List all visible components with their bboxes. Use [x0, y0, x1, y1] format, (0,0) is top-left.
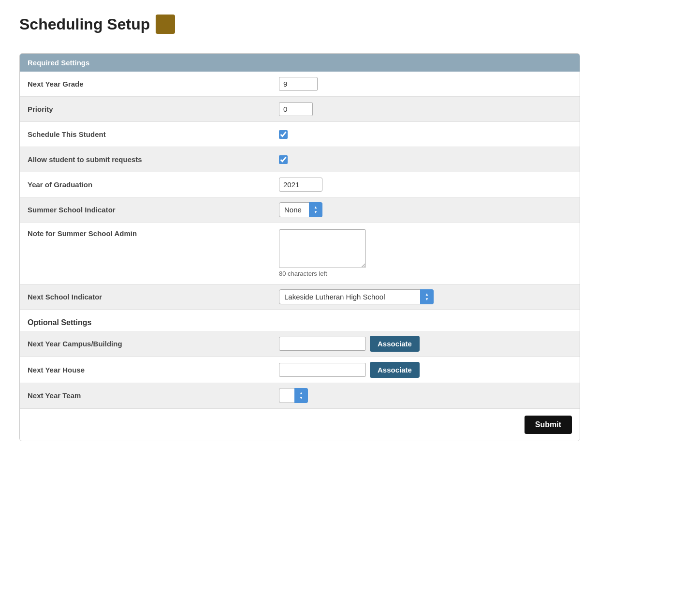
allow-requests-checkbox[interactable] [279, 155, 288, 164]
char-count: 80 characters left [279, 270, 366, 277]
year-graduation-input[interactable] [279, 178, 322, 192]
summer-school-select-wrapper: None Yes No [279, 202, 322, 217]
note-summer-wrapper: 80 characters left [279, 229, 366, 277]
next-campus-row: Next Year Campus/Building Associate [20, 331, 580, 357]
note-summer-label: Note for Summer School Admin [28, 229, 279, 238]
next-team-select[interactable] [279, 388, 308, 403]
year-graduation-row: Year of Graduation [20, 172, 580, 197]
note-summer-textarea[interactable] [279, 229, 366, 268]
next-school-label: Next School Indicator [28, 293, 279, 301]
page-title: Scheduling Setup [19, 15, 681, 34]
summer-school-select[interactable]: None Yes No [279, 202, 322, 217]
year-graduation-label: Year of Graduation [28, 180, 279, 189]
next-team-value [279, 388, 572, 403]
summer-school-value: None Yes No [279, 202, 572, 217]
next-team-label: Next Year Team [28, 391, 279, 400]
form-container: Required Settings Next Year Grade Priori… [19, 53, 580, 441]
next-year-grade-row: Next Year Grade [20, 72, 580, 97]
schedule-student-row: Schedule This Student [20, 122, 580, 147]
next-house-row: Next Year House Associate [20, 357, 580, 383]
allow-requests-row: Allow student to submit requests [20, 147, 580, 172]
next-school-value: Lakeside Lutheran High School [279, 289, 572, 304]
required-settings-header: Required Settings [20, 54, 580, 72]
schedule-student-value [279, 130, 572, 139]
next-year-grade-label: Next Year Grade [28, 80, 279, 88]
mascot-icon [156, 15, 175, 34]
next-house-input[interactable] [279, 363, 366, 377]
year-graduation-value [279, 178, 572, 192]
next-campus-label: Next Year Campus/Building [28, 340, 279, 348]
note-summer-row: Note for Summer School Admin 80 characte… [20, 223, 580, 284]
page-title-text: Scheduling Setup [19, 15, 150, 33]
next-team-select-wrapper [279, 388, 308, 403]
next-campus-input[interactable] [279, 337, 366, 351]
schedule-student-label: Schedule This Student [28, 130, 279, 138]
summer-school-label: Summer School Indicator [28, 206, 279, 214]
next-school-select[interactable]: Lakeside Lutheran High School [279, 289, 434, 304]
submit-button[interactable]: Submit [525, 416, 572, 434]
priority-label: Priority [28, 105, 279, 113]
priority-value [279, 102, 572, 116]
allow-requests-label: Allow student to submit requests [28, 155, 279, 164]
note-summer-value: 80 characters left [279, 229, 572, 277]
next-house-label: Next Year House [28, 366, 279, 374]
next-campus-associate-button[interactable]: Associate [370, 336, 420, 352]
optional-settings-label: Optional Settings [20, 310, 580, 331]
next-team-row: Next Year Team [20, 383, 580, 408]
next-house-value: Associate [279, 362, 572, 378]
next-house-associate-button[interactable]: Associate [370, 362, 420, 378]
next-campus-value: Associate [279, 336, 572, 352]
allow-requests-value [279, 155, 572, 164]
summer-school-row: Summer School Indicator None Yes No [20, 197, 580, 223]
priority-input[interactable] [279, 102, 313, 116]
priority-row: Priority [20, 97, 580, 122]
submit-row: Submit [20, 408, 580, 441]
schedule-student-checkbox[interactable] [279, 130, 288, 139]
next-year-grade-input[interactable] [279, 77, 318, 91]
next-school-row: Next School Indicator Lakeside Lutheran … [20, 284, 580, 310]
next-school-select-wrapper: Lakeside Lutheran High School [279, 289, 434, 304]
next-year-grade-value [279, 77, 572, 91]
